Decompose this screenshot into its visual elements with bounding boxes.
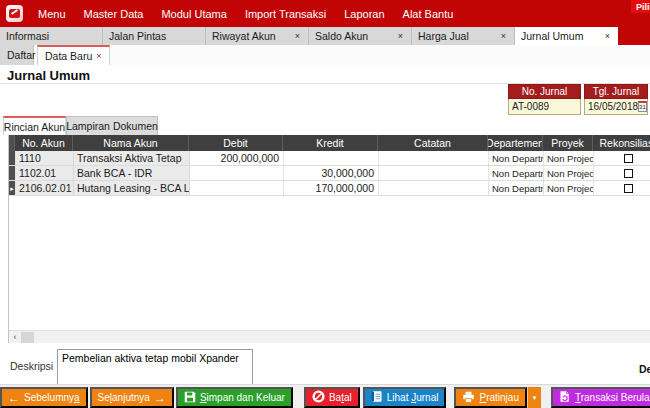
col-header-no-akun[interactable]: No. Akun <box>15 135 73 151</box>
title-bar: Jurnal Umum <box>0 65 650 84</box>
tab-lampiran-dokumen[interactable]: Lampiran Dokumen <box>66 116 158 135</box>
tab-label: Informasi <box>6 30 49 42</box>
cell-catatan[interactable] <box>379 151 489 165</box>
save-and-close-button[interactable]: Simpan dan Keluar <box>176 387 293 408</box>
cell-nama-akun[interactable]: Transaksi Aktiva Tetap <box>74 151 190 165</box>
tabbar-filler <box>618 27 650 45</box>
menu-item-import-transaksi[interactable]: Import Transaksi <box>236 0 335 27</box>
menu-item-master-data[interactable]: Master Data <box>75 0 153 27</box>
tab-informasi[interactable]: Informasi <box>0 27 103 45</box>
cell-proyek[interactable]: Non Project <box>544 151 594 165</box>
journal-grid: No. Akun Nama Akun Debit Kredit Catatan … <box>8 135 650 343</box>
rekonsiliasi-checkbox[interactable] <box>624 169 633 178</box>
cancel-label: Batal <box>329 392 352 403</box>
cell-nama-akun[interactable]: Bank BCA - IDR <box>74 166 190 180</box>
preview-button[interactable]: Pratinjau <box>454 387 526 408</box>
rekonsiliasi-checkbox[interactable] <box>624 184 633 193</box>
tab-rincian-akun[interactable]: Rincian Akun <box>3 116 66 135</box>
cell-debit[interactable] <box>190 181 284 195</box>
close-icon[interactable]: × <box>499 31 508 41</box>
journal-number-field[interactable]: AT-0089 <box>508 99 581 115</box>
scrollbar-thumb[interactable] <box>21 332 34 343</box>
menu-item-modul-utama[interactable]: Modul Utama <box>152 0 235 27</box>
preview-dropdown-button[interactable]: ▼ <box>527 387 541 408</box>
col-header-catatan[interactable]: Catatan <box>378 135 488 151</box>
previous-button[interactable]: ← Sebelumnya <box>0 387 88 408</box>
close-icon[interactable]: × <box>293 31 302 41</box>
rekonsiliasi-checkbox[interactable] <box>624 154 633 163</box>
grid-header-row: No. Akun Nama Akun Debit Kredit Catatan … <box>9 135 650 151</box>
cell-rekonsiliasi <box>594 181 650 195</box>
description-input[interactable]: Pembelian aktiva tetap mobil Xpander <box>57 349 253 389</box>
cell-catatan[interactable] <box>379 181 489 195</box>
menu-item-laporan[interactable]: Laporan <box>335 0 393 27</box>
printer-icon <box>462 391 475 405</box>
row-gutter[interactable] <box>9 151 16 165</box>
save-icon <box>184 391 196 405</box>
journal-date-field[interactable]: 16/05/201831 <box>584 99 648 115</box>
tab-harga-jual[interactable]: Harga Jual× <box>412 27 515 45</box>
tab-jalan-pintas[interactable]: Jalan Pintas <box>103 27 206 45</box>
view-journal-button[interactable]: Lihat Jurnal <box>363 387 447 408</box>
recurring-transaction-button[interactable]: Transaksi Berulang <box>551 387 650 408</box>
footer-toolbar: ← Sebelumnya Selanjutnya → Simpan dan Ke… <box>0 384 650 408</box>
cell-proyek[interactable]: Non Project <box>544 181 594 195</box>
tab-saldo-akun[interactable]: Saldo Akun× <box>309 27 412 45</box>
tab-label: Jurnal Umum <box>521 30 583 42</box>
menu-item-menu[interactable]: Menu <box>29 0 75 27</box>
cancel-button[interactable]: Batal <box>304 387 360 408</box>
row-gutter-current[interactable]: ▸ <box>9 181 16 195</box>
table-row[interactable]: ▸ 2106.02.01 Hutang Leasing - BCA Leasin… <box>9 181 650 196</box>
summary-debit-label: Debit <box>639 363 650 375</box>
row-gutter[interactable] <box>9 166 16 180</box>
arrow-left-icon: ← <box>8 392 20 404</box>
col-header-kredit[interactable]: Kredit <box>283 135 378 151</box>
journal-date-value: 16/05/2018 <box>588 101 638 112</box>
col-header-rekonsiliasi[interactable]: Rekonsiliasi <box>593 135 650 151</box>
col-header-nama-akun[interactable]: Nama Akun <box>73 135 189 151</box>
close-icon[interactable]: × <box>396 31 405 41</box>
cell-kredit[interactable]: 30,000,000 <box>284 166 379 180</box>
calendar-icon[interactable]: 31 <box>638 101 647 112</box>
app-logo-icon[interactable] <box>6 5 23 22</box>
journal-date-group: Tgl. Jurnal 16/05/201831 <box>584 84 648 115</box>
cell-no-akun[interactable]: 1102.01 <box>16 166 74 180</box>
next-button[interactable]: Selanjutnya → <box>90 387 174 408</box>
journal-date-header: Tgl. Jurnal <box>584 84 648 99</box>
col-header-proyek[interactable]: Proyek <box>543 135 593 151</box>
close-icon[interactable]: × <box>603 31 612 41</box>
tab-data-baru[interactable]: Data Baru× <box>37 45 110 65</box>
cell-proyek[interactable]: Non Project <box>544 166 594 180</box>
scroll-left-icon[interactable]: ‹ <box>9 331 21 344</box>
cell-departemen[interactable]: Non Department <box>489 151 544 165</box>
table-row[interactable]: 1102.01 Bank BCA - IDR 30,000,000 Non De… <box>9 166 650 181</box>
col-header-debit[interactable]: Debit <box>189 135 283 151</box>
cell-kredit[interactable]: 170,000,000 <box>284 181 379 195</box>
cell-departemen[interactable]: Non Department <box>489 181 544 195</box>
tab-label: Riwayat Akun <box>212 30 276 42</box>
menubar-right-chip[interactable]: Pilih <box>631 0 650 13</box>
cell-nama-akun[interactable]: Hutang Leasing - BCA Leasing <box>74 181 190 195</box>
cell-rekonsiliasi <box>594 166 650 180</box>
recurring-doc-icon <box>559 390 571 405</box>
horizontal-scrollbar[interactable]: ‹ <box>9 330 650 343</box>
table-row[interactable]: 1110 Transaksi Aktiva Tetap 200,000,000 … <box>9 151 650 166</box>
current-row-marker-icon: ▸ <box>10 185 14 192</box>
cell-debit[interactable] <box>190 166 284 180</box>
cell-kredit[interactable] <box>284 151 379 165</box>
app-logo-glyph <box>9 9 20 18</box>
cell-debit[interactable]: 200,000,000 <box>190 151 284 165</box>
tab-label: Data Baru <box>45 50 92 62</box>
cell-no-akun[interactable]: 2106.02.01 <box>16 181 74 195</box>
col-header-departemen[interactable]: Departemen <box>488 135 543 151</box>
menu-item-alat-bantu[interactable]: Alat Bantu <box>394 0 463 27</box>
tab-riwayat-akun[interactable]: Riwayat Akun× <box>206 27 309 45</box>
cancel-icon <box>312 390 325 405</box>
cell-departemen[interactable]: Non Department <box>489 166 544 180</box>
cell-no-akun[interactable]: 1110 <box>16 151 74 165</box>
tab-jurnal-umum[interactable]: Jurnal Umum× <box>515 27 618 45</box>
journal-number-header: No. Jurnal <box>508 84 581 99</box>
close-icon[interactable]: × <box>96 51 101 61</box>
cell-catatan[interactable] <box>379 166 489 180</box>
tab-daftar[interactable]: Daftar <box>0 45 34 65</box>
